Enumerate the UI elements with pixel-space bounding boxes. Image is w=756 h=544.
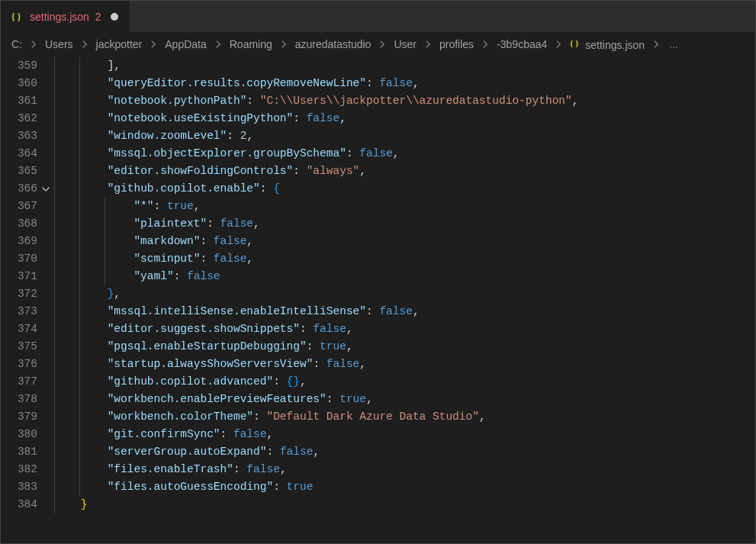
- line-number[interactable]: 379: [1, 408, 54, 426]
- code-line[interactable]: "files.enableTrash": false,: [54, 461, 755, 478]
- breadcrumb-segment[interactable]: AppData: [165, 38, 206, 50]
- code-line[interactable]: },: [54, 285, 755, 303]
- code-line[interactable]: "*": true,: [54, 198, 755, 215]
- fold-chevron-icon[interactable]: [40, 183, 51, 194]
- line-number[interactable]: 363: [1, 127, 54, 145]
- line-number[interactable]: 383: [1, 478, 54, 496]
- svg-text:{ }: { }: [570, 38, 579, 47]
- tab-filename: settings.json: [30, 11, 89, 23]
- line-number[interactable]: 366: [1, 180, 54, 198]
- json-file-icon: { }: [570, 37, 581, 49]
- code-line[interactable]: "yaml": false: [54, 268, 755, 285]
- code-line[interactable]: "startup.alwaysShowServersView": false,: [54, 356, 755, 373]
- breadcrumb-segment[interactable]: Users: [45, 38, 73, 50]
- code-line[interactable]: "git.confirmSync": false,: [54, 426, 755, 443]
- breadcrumb-segment[interactable]: azuredatastudio: [295, 38, 372, 50]
- line-number[interactable]: 378: [1, 391, 54, 408]
- line-number[interactable]: 364: [1, 145, 54, 163]
- chevron-right-icon: [275, 39, 292, 50]
- code-line[interactable]: "markdown": false,: [54, 233, 755, 250]
- code-line[interactable]: "workbench.colorTheme": "Default Dark Az…: [54, 408, 755, 426]
- line-number[interactable]: 360: [1, 75, 54, 92]
- svg-text:{ }: { }: [11, 11, 21, 22]
- line-number[interactable]: 372: [1, 285, 54, 303]
- code-line[interactable]: "mssql.intelliSense.enableIntelliSense":…: [54, 303, 755, 320]
- chevron-right-icon: [420, 39, 436, 50]
- breadcrumb-segment[interactable]: User: [394, 38, 417, 50]
- breadcrumb-segment[interactable]: { }settings.json: [570, 37, 645, 51]
- code-line[interactable]: "serverGroup.autoExpand": false,: [54, 443, 755, 461]
- chevron-right-icon: [76, 39, 93, 50]
- line-number[interactable]: 369: [1, 233, 54, 250]
- line-number[interactable]: 382: [1, 461, 54, 478]
- line-number[interactable]: 362: [1, 110, 54, 127]
- code-line[interactable]: "pgsql.enableStartupDebugging": true,: [54, 338, 755, 356]
- line-number[interactable]: 359: [1, 57, 54, 75]
- code-editor[interactable]: 3593603613623633643653663673683693703713…: [1, 56, 755, 543]
- chevron-right-icon: [648, 39, 664, 50]
- chevron-right-icon: [477, 39, 494, 50]
- unsaved-indicator-icon[interactable]: [111, 13, 118, 21]
- code-line[interactable]: "window.zoomLevel": 2,: [54, 127, 755, 145]
- code-line[interactable]: "mssql.objectExplorer.groupBySchema": fa…: [54, 145, 755, 163]
- code-line[interactable]: "queryEditor.results.copyRemoveNewLine":…: [54, 75, 755, 92]
- code-line[interactable]: "github.copilot.enable": {: [54, 180, 755, 198]
- code-content[interactable]: ], "queryEditor.results.copyRemoveNewLin…: [54, 56, 755, 543]
- line-number[interactable]: 381: [1, 443, 54, 461]
- line-number[interactable]: 370: [1, 250, 54, 268]
- breadcrumb-segment[interactable]: profiles: [439, 38, 474, 50]
- code-line[interactable]: ],: [54, 57, 755, 75]
- breadcrumb-overflow[interactable]: ...: [668, 38, 678, 50]
- chevron-right-icon: [550, 39, 567, 50]
- code-line[interactable]: "scminput": false,: [54, 250, 755, 268]
- chevron-right-icon: [210, 39, 227, 50]
- vertical-scrollbar[interactable]: [745, 55, 756, 544]
- line-number[interactable]: 380: [1, 426, 54, 443]
- line-number[interactable]: 365: [1, 163, 54, 180]
- code-line[interactable]: "notebook.useExistingPython": false,: [54, 110, 755, 127]
- editor-tab[interactable]: { } settings.json 2: [1, 1, 130, 32]
- line-number[interactable]: 384: [1, 496, 54, 513]
- line-number[interactable]: 376: [1, 356, 54, 373]
- code-line[interactable]: "workbench.enablePreviewFeatures": true,: [54, 391, 755, 408]
- breadcrumb-segment[interactable]: jackpotter: [96, 38, 143, 50]
- line-number[interactable]: 371: [1, 268, 54, 285]
- line-number[interactable]: 374: [1, 320, 54, 338]
- breadcrumb: C:UsersjackpotterAppDataRoamingazuredata…: [1, 33, 755, 56]
- tab-problems-badge: 2: [95, 11, 101, 23]
- code-line[interactable]: "plaintext": false,: [54, 215, 755, 233]
- code-line[interactable]: }: [54, 496, 755, 513]
- code-line[interactable]: "editor.suggest.showSnippets": false,: [54, 320, 755, 338]
- line-number-gutter: 3593603613623633643653663673683693703713…: [1, 56, 54, 543]
- tab-bar-empty: [130, 1, 755, 32]
- line-number[interactable]: 367: [1, 198, 54, 215]
- chevron-right-icon: [25, 39, 42, 50]
- code-line[interactable]: "notebook.pythonPath": "C:\\Users\\jackp…: [54, 92, 755, 110]
- breadcrumb-segment[interactable]: Roaming: [230, 38, 272, 50]
- line-number[interactable]: 368: [1, 215, 54, 233]
- tab-bar: { } settings.json 2: [1, 1, 755, 33]
- breadcrumb-segment[interactable]: C:: [11, 38, 22, 50]
- chevron-right-icon: [374, 39, 391, 50]
- code-line[interactable]: "files.autoGuessEncoding": true: [54, 478, 755, 496]
- line-number[interactable]: 377: [1, 373, 54, 391]
- line-number[interactable]: 361: [1, 92, 54, 110]
- json-file-icon: { }: [11, 11, 24, 23]
- line-number[interactable]: 375: [1, 338, 54, 356]
- code-line[interactable]: "editor.showFoldingControls": "always",: [54, 163, 755, 180]
- chevron-right-icon: [145, 39, 162, 50]
- code-line[interactable]: "github.copilot.advanced": {},: [54, 373, 755, 391]
- line-number[interactable]: 373: [1, 303, 54, 320]
- breadcrumb-segment[interactable]: -3b9cbaa4: [497, 38, 547, 50]
